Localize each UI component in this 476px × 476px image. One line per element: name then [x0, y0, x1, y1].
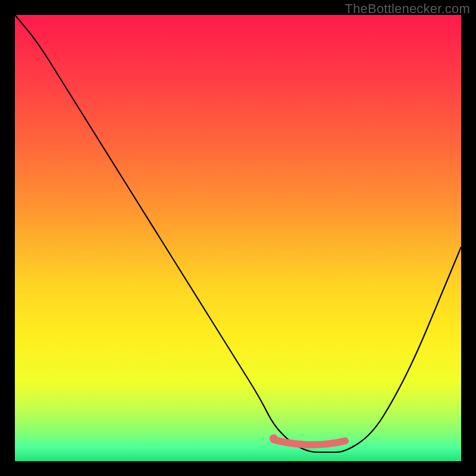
optimal-range-highlight [274, 440, 345, 445]
optimal-range-start-dot [270, 434, 278, 443]
chart-frame: TheBottlenecker.com [0, 0, 476, 476]
curve-line [15, 15, 461, 452]
plot-area [15, 15, 461, 461]
bottleneck-curve [15, 15, 461, 461]
